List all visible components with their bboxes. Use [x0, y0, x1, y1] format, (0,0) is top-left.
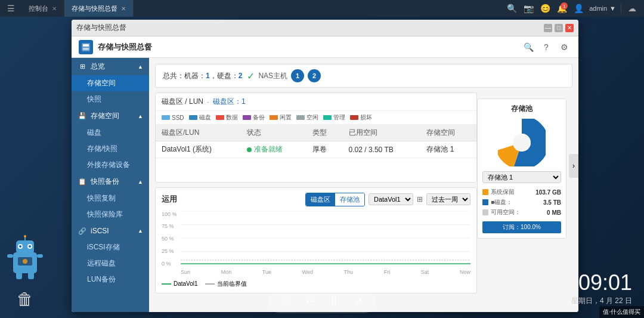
- legend-backup: 备份: [243, 113, 265, 122]
- legend-available-text: 可用空间：: [491, 208, 544, 217]
- tab-control-close[interactable]: ✕: [52, 5, 57, 12]
- storage-window: 存储与快照总督 — □ ✕ 存储与快照总督 🔍 ? ⚙: [72, 20, 578, 312]
- legend-disk: 磁盘: [189, 113, 211, 122]
- legend-available: 可用空间： 0 MB: [482, 208, 561, 217]
- legend-disk-pool-value: 3.5 TB: [543, 199, 561, 206]
- legend-data-color: [216, 115, 224, 120]
- sidebar-item-external[interactable]: 外接存储设备: [72, 157, 149, 173]
- pie-chart: [498, 119, 546, 166]
- notification-icon[interactable]: 🔔 1: [556, 2, 568, 14]
- admin-label: admin: [589, 5, 607, 12]
- maximize-button[interactable]: □: [555, 24, 563, 32]
- smiley-icon[interactable]: 😊: [539, 2, 551, 14]
- grid-icon[interactable]: ⊞: [417, 195, 423, 203]
- legend-disk-color: [189, 115, 197, 120]
- period-select[interactable]: 过去一周: [426, 193, 470, 205]
- sidebar-item-storage-space[interactable]: 存储空间: [72, 75, 149, 91]
- legend-threshold-line: [205, 283, 215, 285]
- svg-rect-2: [83, 48, 89, 50]
- col-type: 类型: [306, 125, 343, 141]
- toggle-disk[interactable]: 磁盘区: [306, 193, 335, 206]
- storage-icon: 💾: [78, 112, 87, 121]
- x-fri: Fri: [384, 269, 391, 275]
- sidebar-item-snapshot-vault[interactable]: 快照保险库: [72, 206, 149, 223]
- admin-button[interactable]: admin ▼: [589, 5, 616, 12]
- chart-svg: [181, 211, 470, 265]
- legend-disk-pool-text: ■磁盘：: [491, 198, 541, 206]
- tab-storage-close[interactable]: ✕: [121, 5, 126, 12]
- tab-storage[interactable]: 存储与快照总督 ✕: [64, 0, 134, 17]
- machine-count[interactable]: 1: [206, 72, 210, 80]
- svg-point-17: [29, 245, 31, 248]
- search-icon[interactable]: 🔍: [506, 2, 518, 14]
- sidebar-item-snapshot[interactable]: 快照: [72, 91, 149, 107]
- app-header-title: 存储与快照总督: [98, 42, 521, 53]
- dock-icon-1[interactable]: ©: [278, 293, 295, 310]
- usage-controls: 磁盘区 存储池 DataVol1 ⊞ 过去一周: [305, 193, 470, 206]
- dock-icon-3[interactable]: ⏸: [326, 293, 342, 310]
- row-pool: 存储池 1: [420, 141, 476, 158]
- legend-sys-value: 103.7 GB: [535, 189, 561, 196]
- minimize-button[interactable]: —: [544, 24, 552, 32]
- header-search-btn[interactable]: 🔍: [521, 40, 535, 54]
- col-used: 已用空间: [343, 125, 421, 141]
- pool-title: 存储池: [482, 104, 561, 114]
- header-settings-btn[interactable]: ⚙: [557, 40, 571, 54]
- trash-icon[interactable]: 🗑: [17, 289, 33, 309]
- legend-data-label: 数据: [226, 113, 238, 122]
- status-dot: [247, 147, 252, 152]
- external-label: 外接存储设备: [87, 160, 130, 170]
- sidebar-group-header-iscsi[interactable]: 🔗 iSCSI ▲: [72, 223, 149, 239]
- tab-control[interactable]: 控制台 ✕: [21, 0, 64, 17]
- bottom-dock: © ↩ ⏸ ↗: [268, 289, 376, 313]
- cloud-icon[interactable]: ☁: [626, 2, 638, 14]
- clock-time: 09:01: [571, 272, 632, 294]
- usage-title: 运用: [162, 194, 177, 205]
- row-used: 0.02 / 3.50 TB: [343, 141, 421, 158]
- sidebar-item-remote-disk[interactable]: 远程磁盘: [72, 255, 149, 271]
- sidebar-item-iscsi-storage[interactable]: iSCSI存储: [72, 239, 149, 255]
- badge-1[interactable]: 1: [291, 69, 304, 82]
- x-sun: Sun: [181, 269, 190, 275]
- usage-header: 运用 磁盘区 存储池 DataVol1 ⊞ 过去一周: [162, 193, 470, 206]
- pool-select[interactable]: 存储池 1: [482, 171, 561, 183]
- close-button[interactable]: ✕: [565, 24, 574, 32]
- legend-backup-color: [243, 115, 251, 120]
- camera-icon[interactable]: 📷: [522, 2, 534, 14]
- window-titlebar: 存储与快照总督 — □ ✕: [72, 20, 578, 36]
- svg-rect-20: [7, 254, 13, 258]
- vol-select[interactable]: DataVol1: [369, 193, 413, 205]
- sidebar-item-storage-snapshot[interactable]: 存储/快照: [72, 141, 149, 157]
- sidebar-group-header-backup[interactable]: 📋 快照备份 ▲: [72, 173, 149, 190]
- dock-icon-4[interactable]: ↗: [349, 293, 366, 310]
- sidebar-group-header-overview[interactable]: ⊞ 总览 ▲: [72, 58, 149, 75]
- disk-count[interactable]: 2: [239, 72, 243, 80]
- expand-arrow[interactable]: ›: [569, 154, 578, 178]
- dock-icon-2[interactable]: ↩: [302, 293, 318, 310]
- sidebar-item-lun-backup[interactable]: LUN备份: [72, 271, 149, 288]
- overview-chevron: ▲: [138, 64, 143, 70]
- legend-datavol-line: [162, 283, 171, 285]
- user-icon[interactable]: 👤: [572, 2, 584, 14]
- chart-container: 100 % 75 % 50 % 25 % 0 %: [162, 211, 470, 276]
- badge-2[interactable]: 2: [308, 69, 321, 82]
- toggle-pool[interactable]: 存储池: [335, 193, 364, 206]
- legend-damaged-label: 损坏: [360, 113, 372, 122]
- chart-legend: DataVol1 当前临界值: [162, 280, 470, 288]
- legend-manage: 管理: [323, 113, 345, 122]
- legend-ssd: SSD: [162, 113, 184, 122]
- storage-chevron: ▲: [138, 113, 143, 119]
- sidebar-item-snapshot-copy[interactable]: 快照复制: [72, 190, 149, 206]
- menu-icon[interactable]: ☰: [5, 2, 17, 14]
- svg-rect-21: [37, 254, 43, 258]
- sidebar-group-header-storage[interactable]: 💾 存储空间 ▲: [72, 107, 149, 125]
- usage-section: 运用 磁盘区 存储池 DataVol1 ⊞ 过去一周: [155, 187, 477, 294]
- tab-control-label: 控制台: [29, 4, 48, 13]
- svg-point-5: [513, 134, 531, 152]
- notification-badge: 1: [561, 2, 568, 10]
- window-header: 存储与快照总督 🔍 ? ⚙: [72, 36, 578, 58]
- sidebar-item-disk[interactable]: 磁盘: [72, 125, 149, 141]
- content-row: 磁盘区 / LUN - 磁盘区：1 SSD 磁盘: [155, 92, 572, 183]
- header-help-btn[interactable]: ?: [539, 40, 553, 54]
- disk-label: 磁盘: [87, 128, 101, 138]
